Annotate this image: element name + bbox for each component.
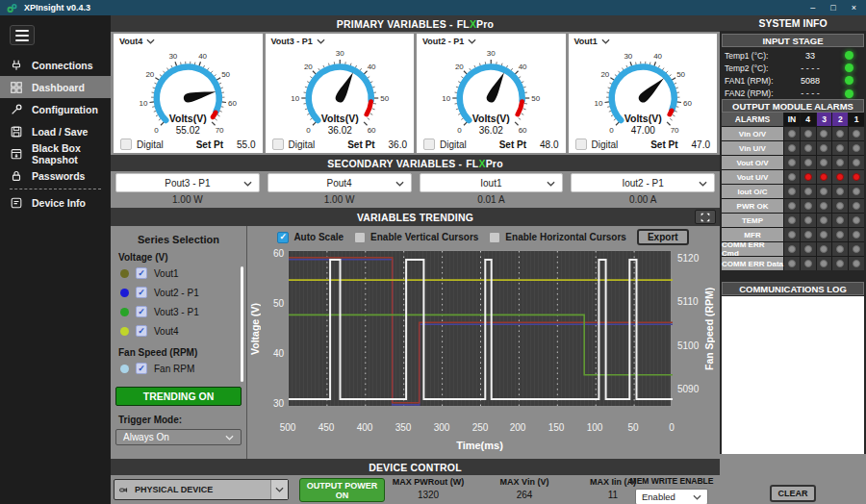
- alarm-led-cell: [817, 228, 832, 241]
- alarm-col-header-3: 3: [817, 113, 832, 126]
- alarm-led-off: [804, 130, 812, 138]
- secondary-variable-select-iout1[interactable]: Iout1: [420, 173, 564, 192]
- trigger-mode-select[interactable]: Always On: [115, 429, 242, 445]
- svg-text:50: 50: [531, 94, 540, 103]
- gauge-variable-select[interactable]: Vout3 - P1: [266, 34, 415, 46]
- alarm-led-cell: [801, 242, 816, 256]
- sidebar-item-black-box-snapshot[interactable]: Black Box Snapshot: [0, 142, 111, 164]
- sidebar-item-connections[interactable]: Connections: [0, 54, 111, 76]
- sidebar-item-device-info[interactable]: Device Info: [0, 191, 111, 214]
- series-checkbox[interactable]: ✓: [136, 267, 147, 279]
- input-stage-row-temp2-c: Temp2 (°C):- - - -: [722, 62, 864, 74]
- alarm-led-cell: [849, 141, 864, 155]
- alarm-led-cell: [801, 170, 816, 184]
- alarm-led-off: [820, 231, 828, 239]
- alarm-row-label-comm-err-cmd: COMM ERR Cmd: [722, 242, 783, 256]
- maximize-button[interactable]: □: [830, 3, 835, 13]
- svg-text:50: 50: [221, 70, 230, 79]
- alarm-led-off: [788, 245, 796, 253]
- alarm-led-cell: [784, 228, 800, 241]
- setpoint-value[interactable]: 47.0: [692, 139, 710, 150]
- alarm-led-off: [820, 144, 828, 152]
- alarm-led-off: [820, 216, 828, 224]
- alarm-led-off: [820, 245, 828, 253]
- alarm-led-off: [853, 130, 860, 138]
- svg-text:Volts(V): Volts(V): [624, 113, 661, 124]
- gauge-variable-select[interactable]: Vout4: [114, 34, 263, 46]
- right-axis-tick: 5120: [677, 253, 706, 264]
- setpoint-value[interactable]: 55.0: [237, 139, 255, 150]
- device-select-dropdown[interactable]: [270, 480, 288, 499]
- series-selection-title: Series Selection: [111, 234, 246, 245]
- right-axis-tick: 5110: [677, 296, 706, 307]
- series-checkbox[interactable]: ✓: [136, 363, 147, 374]
- right-panel-footer: CLEAR: [720, 454, 866, 504]
- trend-plot[interactable]: [288, 250, 672, 407]
- hamburger-menu-button[interactable]: [10, 25, 35, 45]
- svg-text:0: 0: [609, 126, 614, 135]
- series-line-vout2-p1: [289, 260, 673, 405]
- secondary-variable-name: Iout1: [480, 178, 501, 189]
- primary-title: PRIMARY VARIABLES -: [337, 18, 453, 30]
- clear-log-button[interactable]: CLEAR: [770, 485, 816, 502]
- digital-checkbox[interactable]: Digital: [272, 139, 316, 150]
- left-axis-title: Voltage (V): [249, 250, 261, 407]
- digital-checkbox[interactable]: Digital: [120, 139, 164, 150]
- digital-checkbox[interactable]: Digital: [423, 139, 467, 150]
- trending-panel: Series Selection Voltage (V)✓Vout1✓Vout2…: [111, 226, 720, 459]
- series-checkbox[interactable]: ✓: [136, 287, 147, 298]
- gauge-variable-select[interactable]: Vout1: [569, 34, 718, 46]
- input-stage-header: INPUT STAGE: [722, 34, 864, 47]
- mem-write-enable-select[interactable]: Enabled: [635, 489, 708, 504]
- series-item-fan-rpm: ✓Fan RPM: [111, 359, 246, 378]
- secondary-variable-select-pout3-p1[interactable]: Pout3 - P1: [115, 173, 260, 192]
- gauge-variable-name: Vout2 - P1: [422, 37, 464, 46]
- alarm-led-off: [836, 231, 844, 239]
- alarm-led-cell: [801, 228, 816, 241]
- alarm-led-off: [804, 202, 812, 210]
- series-checkbox[interactable]: ✓: [136, 306, 147, 317]
- system-info-header: SYSTEM INFO: [720, 15, 866, 31]
- alarm-grid: ALARMSIN4321Vin O/VVin U/VVout O/VVout U…: [722, 113, 864, 270]
- secondary-variable-select-iout2-p1[interactable]: Iout2 - P1: [571, 173, 715, 192]
- communications-log-header: COMMUNICATIONS LOG: [722, 282, 864, 295]
- communications-log-box[interactable]: [722, 296, 864, 454]
- sidebar-item-dashboard[interactable]: Dashboard: [0, 76, 111, 98]
- svg-text:10: 10: [291, 94, 299, 103]
- sidebar-item-passwords[interactable]: Passwords: [0, 164, 111, 187]
- gauge-variable-select[interactable]: Vout2 - P1: [417, 34, 566, 46]
- trending-on-button[interactable]: TRENDING ON: [115, 387, 242, 406]
- sidebar-item-load-save[interactable]: Load / Save: [0, 120, 111, 142]
- alarm-led-cell: [784, 242, 800, 256]
- alarm-led-cell: [784, 141, 800, 155]
- auto-scale-checkbox[interactable]: ✓Auto Scale: [277, 232, 344, 243]
- alarm-row-label-iout-o-c: Iout O/C: [722, 185, 783, 198]
- x-axis-tick: 350: [387, 422, 420, 433]
- alarm-led-off: [804, 245, 812, 253]
- series-scrollbar[interactable]: [241, 266, 243, 382]
- mem-write-enable-group: MEM WRITE ENABLE Enabled: [624, 476, 720, 504]
- sidebar-item-configuration[interactable]: Configuration: [0, 98, 111, 120]
- gauge-footer: Digital Set Pt55.0: [114, 139, 263, 153]
- digital-checkbox[interactable]: Digital: [575, 139, 619, 150]
- minimize-button[interactable]: –: [810, 3, 815, 13]
- input-stage-row-fan1-rpm: FAN1 (RPM):5088: [722, 74, 864, 87]
- series-checkbox[interactable]: ✓: [136, 325, 147, 337]
- chevron-down-icon: [146, 38, 155, 44]
- gauge-footer: Digital Set Pt36.0: [266, 139, 415, 153]
- svg-text:70: 70: [216, 126, 224, 135]
- setpoint-value[interactable]: 48.0: [540, 139, 558, 150]
- expand-chart-button[interactable]: [695, 210, 716, 224]
- alarm-led-off: [836, 202, 844, 210]
- setpoint-value[interactable]: 36.0: [389, 139, 407, 150]
- alarm-led-cell: [832, 214, 848, 227]
- horizontal-cursors-checkbox[interactable]: Enable Horizontal Cursors: [489, 232, 626, 243]
- alarm-led-off: [820, 188, 828, 195]
- vertical-cursors-checkbox[interactable]: Enable Vertical Cursors: [354, 232, 478, 243]
- secondary-variable-select-pout4[interactable]: Pout4: [267, 173, 412, 192]
- close-button[interactable]: ×: [852, 3, 856, 13]
- gauge-dial: 010203040506070Volts(V)55.02: [114, 46, 263, 139]
- export-button[interactable]: Export: [637, 229, 689, 245]
- device-select[interactable]: PHYSICAL DEVICE: [114, 479, 289, 500]
- wrench-icon: [10, 103, 23, 116]
